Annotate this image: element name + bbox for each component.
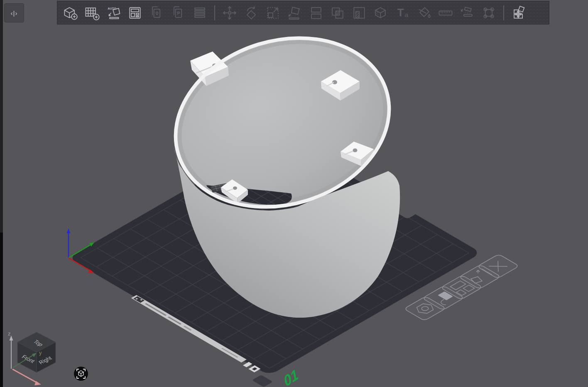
fit-view-button[interactable] <box>74 367 88 381</box>
nav-axis-z-label: z <box>8 331 11 337</box>
nav-axis-y-label: y <box>39 350 42 356</box>
plate-foot <box>252 375 273 387</box>
viewport-3d[interactable]: 01 Top Front Right z y <box>0 0 588 387</box>
navigation-cube[interactable]: Top Front Right z y <box>8 331 56 385</box>
plate-number: 01 <box>282 366 300 387</box>
scene-3d[interactable]: 01 Top Front Right z y <box>0 0 588 387</box>
